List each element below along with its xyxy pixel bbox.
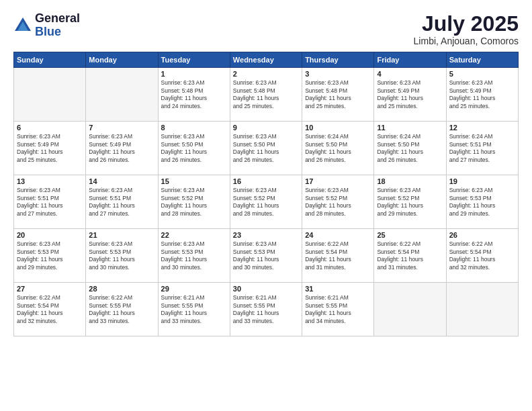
calendar-cell: 7Sunrise: 6:23 AM Sunset: 5:49 PM Daylig… [86,122,158,175]
logo-blue: Blue [35,26,80,39]
calendar-week-3: 13Sunrise: 6:23 AM Sunset: 5:51 PM Dayli… [14,175,519,229]
day-number: 5 [449,70,515,78]
day-number: 11 [377,124,443,132]
calendar-cell: 26Sunrise: 6:22 AM Sunset: 5:54 PM Dayli… [446,229,518,283]
calendar-week-5: 27Sunrise: 6:22 AM Sunset: 5:54 PM Dayli… [14,283,519,336]
calendar-cell: 3Sunrise: 6:23 AM Sunset: 5:48 PM Daylig… [302,68,374,122]
calendar-cell: 21Sunrise: 6:23 AM Sunset: 5:53 PM Dayli… [86,229,158,283]
day-info: Sunrise: 6:23 AM Sunset: 5:48 PM Dayligh… [233,79,299,110]
calendar-header-wednesday: Wednesday [230,52,302,68]
day-number: 12 [449,124,515,132]
calendar-cell [86,68,158,122]
day-number: 1 [161,70,227,78]
calendar-cell: 15Sunrise: 6:23 AM Sunset: 5:52 PM Dayli… [158,175,230,229]
calendar-table: SundayMondayTuesdayWednesdayThursdayFrid… [13,52,519,336]
day-number: 30 [233,285,299,293]
calendar-week-2: 6Sunrise: 6:23 AM Sunset: 5:49 PM Daylig… [14,122,519,175]
day-info: Sunrise: 6:23 AM Sunset: 5:53 PM Dayligh… [89,240,154,271]
calendar-week-4: 20Sunrise: 6:23 AM Sunset: 5:53 PM Dayli… [14,229,519,283]
day-info: Sunrise: 6:23 AM Sunset: 5:48 PM Dayligh… [305,79,371,110]
month-year: July 2025 [414,12,519,36]
day-number: 23 [233,231,299,239]
day-info: Sunrise: 6:23 AM Sunset: 5:49 PM Dayligh… [17,133,83,164]
day-info: Sunrise: 6:23 AM Sunset: 5:50 PM Dayligh… [161,133,227,164]
day-number: 7 [89,124,154,132]
calendar-cell: 11Sunrise: 6:24 AM Sunset: 5:50 PM Dayli… [374,122,446,175]
day-info: Sunrise: 6:21 AM Sunset: 5:55 PM Dayligh… [233,294,299,325]
calendar-cell: 20Sunrise: 6:23 AM Sunset: 5:53 PM Dayli… [14,229,86,283]
calendar-cell: 29Sunrise: 6:21 AM Sunset: 5:55 PM Dayli… [158,283,230,336]
day-info: Sunrise: 6:23 AM Sunset: 5:52 PM Dayligh… [305,187,371,218]
day-number: 17 [305,177,371,185]
title-block: July 2025 Limbi, Anjouan, Comoros [414,12,519,46]
day-info: Sunrise: 6:23 AM Sunset: 5:51 PM Dayligh… [89,187,154,218]
header: General Blue July 2025 Limbi, Anjouan, C… [13,12,519,46]
day-info: Sunrise: 6:23 AM Sunset: 5:53 PM Dayligh… [161,240,227,271]
day-number: 2 [233,70,299,78]
day-number: 22 [161,231,227,239]
day-number: 16 [233,177,299,185]
calendar-cell: 2Sunrise: 6:23 AM Sunset: 5:48 PM Daylig… [230,68,302,122]
calendar-cell: 19Sunrise: 6:23 AM Sunset: 5:53 PM Dayli… [446,175,518,229]
calendar-cell: 24Sunrise: 6:22 AM Sunset: 5:54 PM Dayli… [302,229,374,283]
logo-general: General [35,12,80,26]
day-number: 21 [89,231,154,239]
day-number: 4 [377,70,443,78]
day-info: Sunrise: 6:21 AM Sunset: 5:55 PM Dayligh… [161,294,227,325]
calendar-header-monday: Monday [86,52,158,68]
calendar-cell: 9Sunrise: 6:23 AM Sunset: 5:50 PM Daylig… [230,122,302,175]
calendar-header-sunday: Sunday [14,52,86,68]
day-number: 18 [377,177,443,185]
day-info: Sunrise: 6:23 AM Sunset: 5:52 PM Dayligh… [377,187,443,218]
day-number: 25 [377,231,443,239]
day-info: Sunrise: 6:21 AM Sunset: 5:55 PM Dayligh… [305,294,371,325]
logo-text: General Blue [35,12,80,39]
day-number: 8 [161,124,227,132]
day-number: 26 [449,231,515,239]
day-number: 19 [449,177,515,185]
logo-icon [13,16,32,35]
day-info: Sunrise: 6:23 AM Sunset: 5:50 PM Dayligh… [233,133,299,164]
calendar-cell: 27Sunrise: 6:22 AM Sunset: 5:54 PM Dayli… [14,283,86,336]
page: General Blue July 2025 Limbi, Anjouan, C… [0,0,532,411]
day-number: 3 [305,70,371,78]
calendar-cell: 8Sunrise: 6:23 AM Sunset: 5:50 PM Daylig… [158,122,230,175]
day-info: Sunrise: 6:22 AM Sunset: 5:54 PM Dayligh… [17,294,83,325]
calendar-cell [14,68,86,122]
day-info: Sunrise: 6:23 AM Sunset: 5:52 PM Dayligh… [233,187,299,218]
day-info: Sunrise: 6:23 AM Sunset: 5:53 PM Dayligh… [449,187,515,218]
calendar-cell: 4Sunrise: 6:23 AM Sunset: 5:49 PM Daylig… [374,68,446,122]
day-info: Sunrise: 6:24 AM Sunset: 5:50 PM Dayligh… [377,133,443,164]
calendar-header-thursday: Thursday [302,52,374,68]
day-info: Sunrise: 6:22 AM Sunset: 5:54 PM Dayligh… [377,240,443,271]
day-number: 9 [233,124,299,132]
day-number: 10 [305,124,371,132]
calendar-cell: 12Sunrise: 6:24 AM Sunset: 5:51 PM Dayli… [446,122,518,175]
day-info: Sunrise: 6:23 AM Sunset: 5:49 PM Dayligh… [89,133,154,164]
calendar-body: 1Sunrise: 6:23 AM Sunset: 5:48 PM Daylig… [14,68,519,336]
logo: General Blue [13,12,80,39]
calendar-cell: 25Sunrise: 6:22 AM Sunset: 5:54 PM Dayli… [374,229,446,283]
calendar-cell: 16Sunrise: 6:23 AM Sunset: 5:52 PM Dayli… [230,175,302,229]
day-info: Sunrise: 6:24 AM Sunset: 5:51 PM Dayligh… [449,133,515,164]
day-number: 28 [89,285,154,293]
calendar-header-saturday: Saturday [446,52,518,68]
calendar-header-tuesday: Tuesday [158,52,230,68]
day-info: Sunrise: 6:22 AM Sunset: 5:54 PM Dayligh… [305,240,371,271]
calendar-cell: 30Sunrise: 6:21 AM Sunset: 5:55 PM Dayli… [230,283,302,336]
calendar-cell: 17Sunrise: 6:23 AM Sunset: 5:52 PM Dayli… [302,175,374,229]
day-number: 13 [17,177,83,185]
calendar-cell: 31Sunrise: 6:21 AM Sunset: 5:55 PM Dayli… [302,283,374,336]
day-info: Sunrise: 6:23 AM Sunset: 5:49 PM Dayligh… [377,79,443,110]
calendar-cell: 5Sunrise: 6:23 AM Sunset: 5:49 PM Daylig… [446,68,518,122]
calendar-cell: 18Sunrise: 6:23 AM Sunset: 5:52 PM Dayli… [374,175,446,229]
calendar-cell: 10Sunrise: 6:24 AM Sunset: 5:50 PM Dayli… [302,122,374,175]
calendar-cell: 1Sunrise: 6:23 AM Sunset: 5:48 PM Daylig… [158,68,230,122]
day-info: Sunrise: 6:22 AM Sunset: 5:55 PM Dayligh… [89,294,154,325]
day-number: 27 [17,285,83,293]
day-info: Sunrise: 6:23 AM Sunset: 5:49 PM Dayligh… [449,79,515,110]
day-info: Sunrise: 6:22 AM Sunset: 5:54 PM Dayligh… [449,240,515,271]
calendar-cell: 6Sunrise: 6:23 AM Sunset: 5:49 PM Daylig… [14,122,86,175]
day-info: Sunrise: 6:23 AM Sunset: 5:53 PM Dayligh… [17,240,83,271]
day-number: 6 [17,124,83,132]
